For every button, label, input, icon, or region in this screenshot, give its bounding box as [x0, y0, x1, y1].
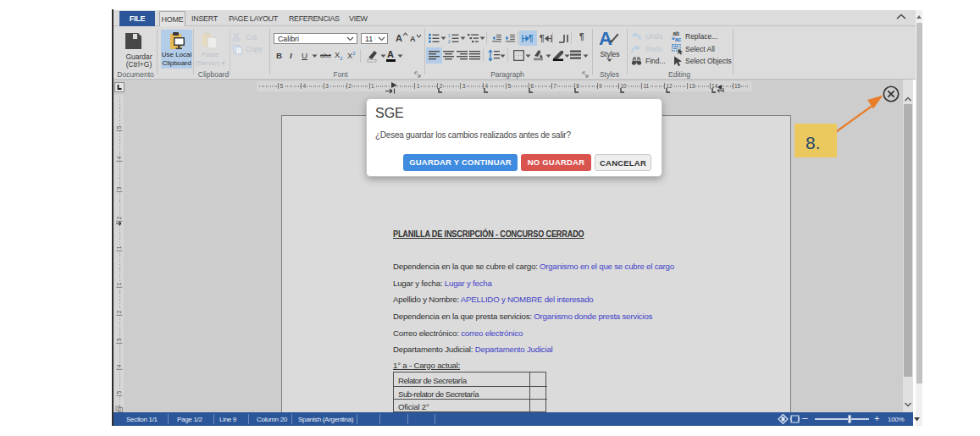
svg-text:¶: ¶: [540, 34, 545, 43]
svg-text:¶: ¶: [529, 34, 534, 43]
svg-text:2: 2: [448, 40, 451, 44]
svg-text:ac: ac: [675, 36, 682, 42]
svg-text:1: 1: [448, 34, 451, 38]
svg-text:ab: ab: [673, 30, 680, 36]
